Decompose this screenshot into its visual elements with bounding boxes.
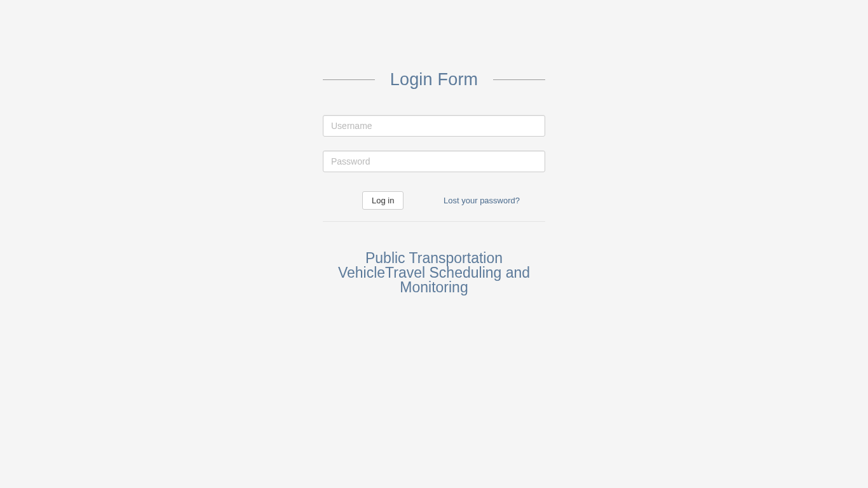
divider-right [493, 79, 545, 80]
password-input[interactable] [323, 151, 545, 172]
login-button[interactable]: Log in [362, 191, 403, 210]
username-input[interactable] [323, 115, 545, 137]
actions-row: Log in Lost your password? [323, 186, 545, 222]
page-title: Login Form [390, 70, 478, 90]
password-row [323, 151, 545, 172]
app-subtitle: Public Transportation VehicleTravel Sche… [323, 251, 545, 295]
login-container: Login Form Log in Lost your password? Pu… [323, 0, 545, 295]
divider-left [323, 79, 375, 80]
login-form: Log in Lost your password? [323, 115, 545, 222]
lost-password-link[interactable]: Lost your password? [444, 196, 520, 205]
username-row [323, 115, 545, 137]
title-row: Login Form [323, 70, 545, 90]
